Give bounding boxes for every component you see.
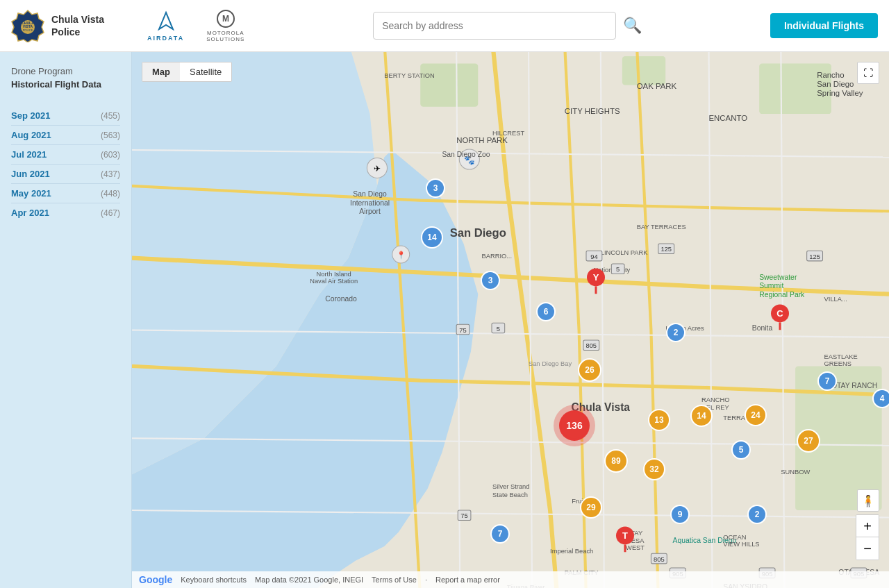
police-badge-icon: CHULA VISTA POLICE: [11, 9, 44, 42]
month-count: (448): [101, 189, 120, 199]
month-list: Sep 2021(455)Aug 2021(563)Jul 2021(603)J…: [11, 106, 120, 222]
month-label: Sep 2021: [11, 110, 50, 121]
svg-text:International: International: [350, 199, 390, 207]
cluster-marker[interactable]: 29: [580, 496, 602, 519]
svg-text:Bonita: Bonita: [752, 324, 773, 332]
month-count: (437): [101, 169, 120, 179]
map-container: San Diego Chula Vista San Diego Internat…: [132, 52, 889, 588]
cluster-marker[interactable]: 7: [817, 371, 837, 391]
search-button[interactable]: 🔍: [623, 17, 642, 35]
svg-text:94: 94: [590, 253, 597, 260]
terms-link[interactable]: Terms of Use: [372, 576, 417, 584]
cluster-marker[interactable]: 2: [666, 323, 686, 342]
sidebar-month-item[interactable]: Sep 2021(455): [11, 106, 120, 126]
map-type-satellite-button[interactable]: Satellite: [180, 62, 231, 81]
svg-text:Silver Strand: Silver Strand: [492, 483, 529, 490]
fullscreen-icon: ⛶: [863, 67, 873, 78]
motorola-text: MOTOROLA SOLUTIONS: [206, 30, 244, 42]
cluster-marker[interactable]: 89: [604, 449, 628, 473]
month-label: Apr 2021: [11, 208, 49, 218]
motorola-icon: M: [212, 9, 240, 30]
map-type-control: Map Satellite: [142, 62, 232, 82]
cluster-marker[interactable]: 26: [578, 358, 601, 382]
cluster-marker[interactable]: 14: [690, 405, 713, 427]
svg-text:POLICE: POLICE: [23, 28, 33, 32]
cluster-marker[interactable]: 136: [559, 410, 590, 441]
month-count: (467): [101, 208, 120, 218]
svg-text:San Diego: San Diego: [353, 190, 387, 198]
fullscreen-button[interactable]: ⛶: [857, 62, 879, 84]
zoom-out-button[interactable]: −: [856, 537, 879, 560]
svg-text:5: 5: [497, 326, 500, 333]
main-layout: Drone Program Historical Flight Data Sep…: [0, 52, 889, 588]
svg-text:VILLA...: VILLA...: [824, 296, 847, 303]
svg-text:805: 805: [654, 556, 665, 563]
footer-separator: ·: [425, 576, 427, 584]
cluster-marker[interactable]: 32: [643, 458, 665, 480]
svg-text:LINCOLN PARK: LINCOLN PARK: [601, 249, 649, 256]
cluster-marker[interactable]: 4: [872, 389, 889, 408]
svg-text:Imperial Beach: Imperial Beach: [550, 548, 593, 555]
sidebar-month-item[interactable]: Apr 2021(467): [11, 203, 120, 222]
svg-text:North Island: North Island: [317, 271, 351, 278]
cluster-marker[interactable]: 9: [670, 505, 690, 524]
svg-text:ENCANTO: ENCANTO: [708, 114, 747, 122]
svg-text:BAY TERRACES: BAY TERRACES: [637, 224, 686, 230]
svg-text:📍: 📍: [397, 251, 406, 260]
sidebar: Drone Program Historical Flight Data Sep…: [0, 52, 132, 588]
month-count: (455): [101, 111, 120, 121]
cluster-marker[interactable]: 2: [747, 505, 767, 524]
svg-text:T: T: [622, 530, 628, 541]
cluster-marker[interactable]: 24: [745, 404, 767, 426]
svg-text:BERTY STATION: BERTY STATION: [384, 72, 434, 79]
month-count: (563): [101, 131, 120, 140]
cluster-marker[interactable]: 13: [648, 409, 670, 431]
svg-text:75: 75: [459, 327, 466, 334]
svg-text:125: 125: [809, 253, 820, 260]
search-input[interactable]: [373, 12, 616, 40]
pegman-icon: 🧍: [861, 494, 875, 507]
svg-text:M: M: [222, 14, 229, 24]
cluster-marker[interactable]: 3: [481, 271, 500, 290]
svg-text:805: 805: [585, 342, 597, 349]
airdata-logo: AIRDATA: [147, 10, 184, 42]
map-footer: Google Keyboard shortcuts Map data ©2021…: [132, 571, 889, 588]
sidebar-month-item[interactable]: Jul 2021(603): [11, 145, 120, 165]
cluster-marker[interactable]: 7: [490, 524, 510, 544]
sidebar-month-item[interactable]: May 2021(448): [11, 184, 120, 203]
report-link[interactable]: Report a map error: [435, 576, 500, 584]
google-logo: Google: [139, 574, 172, 585]
cluster-marker[interactable]: 27: [797, 429, 820, 453]
cluster-marker[interactable]: 5: [731, 440, 751, 460]
svg-text:BARRIO...: BARRIO...: [481, 253, 512, 260]
zoom-in-button[interactable]: +: [856, 515, 879, 537]
svg-text:125: 125: [660, 246, 672, 253]
individual-flights-button[interactable]: Individual Flights: [770, 13, 878, 38]
svg-text:San Diego: San Diego: [817, 80, 854, 88]
svg-text:RANCHO: RANCHO: [701, 396, 729, 403]
svg-text:Naval Air Station: Naval Air Station: [310, 278, 358, 285]
keyboard-shortcuts-link[interactable]: Keyboard shortcuts: [181, 576, 247, 584]
header: CHULA VISTA POLICE Chula Vista Police AI…: [0, 0, 889, 52]
cluster-marker[interactable]: 6: [536, 302, 556, 321]
pegman-button[interactable]: 🧍: [857, 489, 879, 512]
svg-text:HILCREST: HILCREST: [492, 130, 524, 137]
svg-text:Coronado: Coronado: [325, 295, 357, 303]
pin-marker[interactable]: T: [615, 524, 635, 555]
svg-text:CITY HEIGHTS: CITY HEIGHTS: [565, 107, 620, 115]
svg-text:OTAY RANCH: OTAY RANCH: [831, 382, 877, 389]
map-type-map-button[interactable]: Map: [142, 62, 180, 81]
logo-area: CHULA VISTA POLICE Chula Vista Police: [11, 9, 122, 42]
svg-text:OAK PARK: OAK PARK: [637, 82, 677, 90]
month-label: Jun 2021: [11, 169, 50, 179]
svg-rect-12: [420, 63, 478, 106]
sidebar-month-item[interactable]: Jun 2021(437): [11, 165, 120, 184]
cluster-marker[interactable]: 14: [421, 226, 443, 249]
svg-text:GREENS: GREENS: [824, 360, 851, 367]
pin-marker[interactable]: Y: [586, 266, 606, 296]
sidebar-month-item[interactable]: Aug 2021(563): [11, 126, 120, 145]
pin-marker[interactable]: C: [770, 302, 790, 333]
month-label: May 2021: [11, 188, 51, 199]
cluster-marker[interactable]: 3: [426, 178, 445, 198]
sidebar-title: Historical Flight Data: [11, 79, 120, 90]
